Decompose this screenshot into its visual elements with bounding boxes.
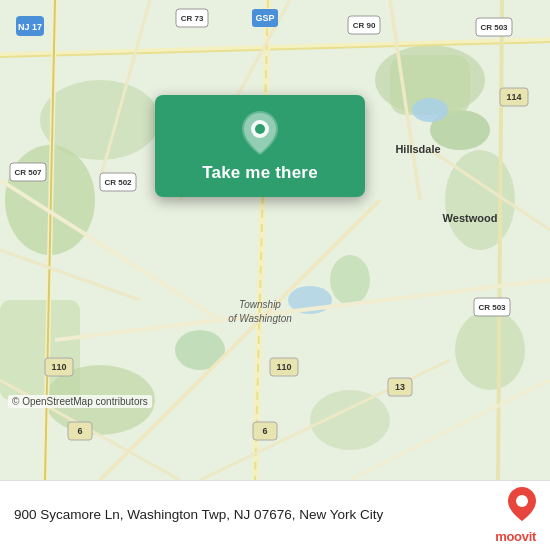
- svg-point-8: [330, 255, 370, 305]
- moovit-logo: moovit: [495, 487, 536, 544]
- moovit-wordmark: moovit: [495, 529, 536, 544]
- svg-text:Hillsdale: Hillsdale: [395, 143, 440, 155]
- svg-text:110: 110: [51, 362, 66, 372]
- take-me-there-button[interactable]: Take me there: [202, 163, 318, 183]
- take-me-there-card[interactable]: Take me there: [155, 95, 365, 197]
- moovit-pin-icon: [508, 487, 536, 527]
- address-text: 900 Sycamore Ln, Washington Twp, NJ 0767…: [14, 506, 495, 525]
- svg-text:13: 13: [395, 382, 405, 392]
- svg-text:114: 114: [506, 92, 521, 102]
- svg-point-66: [255, 124, 265, 134]
- svg-text:CR 503: CR 503: [480, 23, 508, 32]
- bottom-bar: 900 Sycamore Ln, Washington Twp, NJ 0767…: [0, 480, 550, 550]
- svg-text:6: 6: [77, 426, 82, 436]
- svg-text:CR 507: CR 507: [14, 168, 42, 177]
- map-pin-icon: [238, 111, 282, 155]
- svg-point-13: [412, 98, 448, 122]
- svg-text:6: 6: [262, 426, 267, 436]
- svg-point-12: [455, 310, 525, 390]
- svg-text:NJ 17: NJ 17: [18, 22, 42, 32]
- svg-text:GSP: GSP: [255, 13, 274, 23]
- map-container: NJ 17 CR 73 GSP CR 90 CR 503 114 CR 507 …: [0, 0, 550, 480]
- svg-text:Township: Township: [239, 299, 281, 310]
- svg-text:CR 503: CR 503: [478, 303, 506, 312]
- svg-point-67: [516, 495, 528, 507]
- svg-text:CR 502: CR 502: [104, 178, 132, 187]
- svg-text:CR 73: CR 73: [181, 14, 204, 23]
- svg-text:110: 110: [276, 362, 291, 372]
- osm-attribution: © OpenStreetMap contributors: [8, 395, 152, 408]
- svg-text:CR 90: CR 90: [353, 21, 376, 30]
- svg-text:of Washington: of Washington: [228, 313, 292, 324]
- svg-text:Westwood: Westwood: [443, 212, 498, 224]
